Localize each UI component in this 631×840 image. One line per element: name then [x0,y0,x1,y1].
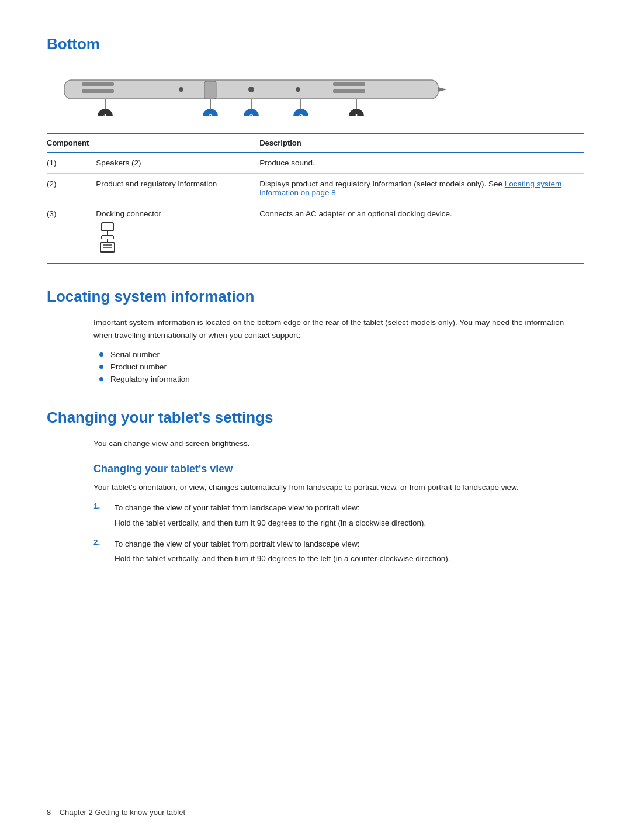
svg-rect-30 [100,243,115,252]
svg-point-3 [179,87,183,92]
bullet-text-1: Serial number [110,350,160,359]
table-row: (1) Speakers (2) Produce sound. [47,153,584,174]
row-name-2: Product and regulatory information [96,174,259,203]
row-num-1: (1) [47,153,96,174]
page-footer: 8 Chapter 2 Getting to know your tablet [47,808,185,817]
changing-settings-section: Changing your tablet's settings You can … [47,409,584,565]
col-header-description: Description [259,133,584,153]
table-row: (2) Product and regulatory information D… [47,174,584,203]
svg-rect-25 [102,223,113,231]
bullet-dot-icon [99,352,103,357]
svg-text:3: 3 [249,112,253,116]
footer-page-num: 8 [47,808,51,817]
bullet-text-2: Product number [110,362,167,371]
tablet-diagram: 1 2 3 2 1 [47,64,584,119]
locating-intro: Important system information is located … [93,316,584,341]
row-desc-2: Displays product and regulatory informat… [259,174,584,203]
bullet-dot-icon [99,377,103,381]
steps-list: 1. To change the view of your tablet fro… [93,502,584,565]
svg-point-5 [248,87,254,92]
svg-text:2: 2 [208,112,212,116]
step-content-2: To change the view of your tablet from p… [115,538,450,565]
svg-text:1: 1 [103,112,107,116]
step-detail-2: Hold the tablet vertically, and then tur… [115,552,450,565]
table-row: (3) Docking connector [47,203,584,264]
step-num-2: 2. [93,538,115,547]
list-item: Serial number [99,348,584,361]
locating-heading: Locating system information [47,288,584,306]
row-num-2: (2) [47,174,96,203]
step-title-1: To change the view of your tablet from l… [115,502,426,514]
footer-chapter: Chapter 2 Getting to know your tablet [60,808,185,817]
row-desc-3: Connects an AC adapter or an optional do… [259,203,584,264]
list-item: 1. To change the view of your tablet fro… [93,502,584,529]
row-name-3: Docking connector [96,203,259,264]
bullet-dot-icon [99,365,103,369]
row-desc-2-text: Displays product and regulatory informat… [259,179,504,188]
svg-text:1: 1 [354,112,358,116]
row-name-3-text: Docking connector [96,209,252,218]
changing-view-subsection: Changing your tablet's view Your tablet'… [93,463,584,565]
changing-settings-heading: Changing your tablet's settings [47,409,584,427]
changing-view-heading: Changing your tablet's view [93,463,584,475]
row-num-3: (3) [47,203,96,264]
list-item: Product number [99,361,584,373]
changing-view-intro: Your tablet's orientation, or view, chan… [93,481,584,494]
row-name-1: Speakers (2) [96,153,259,174]
list-item: Regulatory information [99,373,584,385]
svg-rect-4 [204,81,216,99]
changing-settings-body: You can change view and screen brightnes… [93,437,584,565]
svg-text:2: 2 [299,112,303,116]
col-header-component: Component [47,133,96,153]
bullet-text-3: Regulatory information [110,375,190,383]
bottom-heading: Bottom [47,35,584,53]
step-title-2: To change the view of your tablet from p… [115,538,450,551]
changing-settings-intro: You can change view and screen brightnes… [93,437,584,450]
row-desc-1: Produce sound. [259,153,584,174]
docking-icon [96,220,119,257]
step-detail-1: Hold the tablet vertically, and then tur… [115,517,426,530]
svg-rect-8 [333,89,365,93]
step-num-1: 1. [93,502,115,510]
step-content-1: To change the view of your tablet from l… [115,502,426,529]
component-table: Component Description (1) Speakers (2) P… [47,133,584,264]
svg-point-6 [296,87,300,92]
list-item: 2. To change the view of your tablet fro… [93,538,584,565]
locating-section: Locating system information Important sy… [47,288,584,385]
col-header-name [96,133,259,153]
locating-body: Important system information is located … [93,316,584,385]
svg-rect-2 [82,89,114,93]
tablet-illustration: 1 2 3 2 1 [47,64,456,116]
locating-list: Serial number Product number Regulatory … [99,348,584,385]
svg-rect-7 [333,82,365,86]
svg-rect-1 [82,82,114,86]
svg-marker-9 [438,87,447,92]
